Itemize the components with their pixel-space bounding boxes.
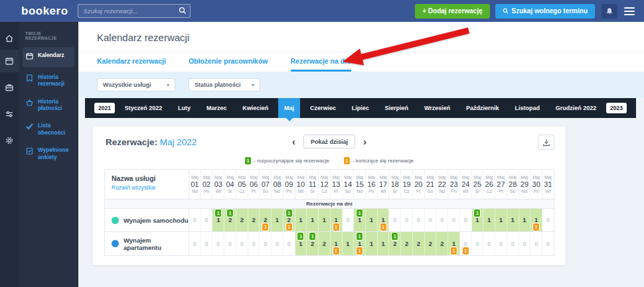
day-cell[interactable]: 0 — [248, 232, 260, 255]
day-cell[interactable]: 1 — [366, 232, 378, 255]
month-lipiec[interactable]: Lipiec — [346, 98, 375, 118]
payment-status-dropdown[interactable]: Status płatności ▾ — [189, 78, 260, 91]
month-marzec[interactable]: Marzec — [201, 98, 233, 118]
day-cell[interactable]: 11 — [472, 209, 484, 231]
month-sierpien[interactable]: Sierpień — [379, 98, 415, 118]
day-cell[interactable]: 1 — [319, 209, 331, 231]
tab-kalendarz-rezerwacji[interactable]: Kalendarz rezerwacji — [97, 52, 166, 72]
day-cell[interactable]: 2 — [436, 232, 448, 255]
day-cell[interactable]: 11 — [530, 209, 542, 231]
day-cell[interactable]: 1 — [366, 209, 378, 231]
day-cell[interactable]: 0 — [413, 209, 425, 231]
day-cell[interactable]: 0 — [436, 209, 448, 231]
day-cell[interactable]: 2 — [248, 209, 260, 231]
day-cell[interactable]: 0 — [542, 232, 554, 255]
day-cell[interactable]: 21 — [260, 209, 272, 231]
sliders-icon[interactable] — [0, 103, 19, 125]
briefcase-icon[interactable] — [0, 76, 19, 99]
search-icon[interactable] — [179, 7, 187, 15]
day-cell[interactable]: 0 — [283, 232, 295, 255]
day-cell[interactable]: 0 — [224, 232, 236, 255]
day-cell[interactable]: 0 — [507, 232, 519, 255]
day-cell[interactable]: 1 — [307, 209, 319, 231]
day-cell[interactable]: 12 — [224, 209, 236, 231]
day-cell[interactable]: 0 — [189, 209, 201, 231]
service-name-cell[interactable]: Wynajem samochodu — [105, 209, 189, 231]
gear-icon[interactable] — [0, 129, 19, 152]
menu-toggle-button[interactable] — [624, 7, 635, 15]
day-cell[interactable]: 12 — [389, 232, 401, 255]
sidebar-item-wypelnione-ankiety[interactable]: Wypełnione ankiety — [23, 142, 74, 164]
day-cell[interactable]: 11 — [212, 209, 224, 231]
notifications-button[interactable] — [602, 4, 617, 19]
day-cell[interactable]: 11 — [448, 232, 460, 255]
day-cell[interactable]: 1 — [378, 232, 390, 255]
add-reservation-button[interactable]: + Dodaj rezerwację — [415, 4, 489, 19]
day-cell[interactable]: 2 — [425, 232, 437, 255]
day-cell[interactable]: 0 — [530, 232, 542, 255]
day-cell[interactable]: 0 — [272, 232, 283, 255]
sidebar-item-kalendarz[interactable]: Kalendarz — [23, 47, 74, 67]
calendar-rail-icon[interactable] — [0, 50, 19, 72]
day-cell[interactable]: 0 — [401, 209, 413, 231]
previous-period-button[interactable]: ‹ — [292, 137, 295, 146]
service-name-cell[interactable]: Wynajem apartamentu — [105, 232, 189, 255]
day-cell[interactable]: 0 — [495, 232, 507, 255]
month-maj[interactable]: Maj — [278, 98, 300, 118]
year-pill-prev[interactable]: 2021 — [94, 103, 115, 113]
day-cell[interactable]: 11 — [378, 209, 390, 231]
day-cell[interactable]: 12 — [307, 232, 319, 255]
day-cell[interactable]: 1 — [272, 209, 283, 231]
day-cell[interactable]: 0 — [542, 209, 554, 231]
day-cell[interactable]: 11 — [331, 209, 343, 231]
day-cell[interactable]: 0 — [189, 232, 201, 255]
day-cell[interactable]: 0 — [519, 232, 531, 255]
day-cell[interactable]: 1 — [519, 209, 531, 231]
next-period-button[interactable]: › — [363, 137, 366, 146]
day-cell[interactable]: 0 — [212, 232, 224, 255]
day-cell[interactable]: 1 — [343, 232, 355, 255]
sidebar-item-historia-rezerwacji[interactable]: Historia rezerwacji — [23, 69, 74, 91]
day-cell[interactable]: 0 — [425, 209, 437, 231]
day-cell[interactable]: 1 — [495, 209, 507, 231]
day-cell[interactable]: 1 — [295, 209, 307, 231]
day-cell[interactable]: 1 — [507, 209, 519, 231]
day-cell[interactable]: 0 — [201, 209, 213, 231]
day-cell[interactable]: 1 — [483, 209, 495, 231]
day-cell[interactable]: 2 — [236, 209, 248, 231]
day-cell[interactable]: 111 — [354, 232, 366, 255]
show-today-button[interactable]: Pokaż dzisiaj — [303, 135, 355, 148]
find-free-slot-button[interactable]: Szukaj wolnego terminu — [495, 4, 595, 19]
home-icon[interactable] — [0, 27, 19, 50]
day-cell[interactable]: 0 — [201, 232, 213, 255]
day-cell[interactable]: 0 — [236, 232, 248, 255]
day-cell[interactable]: 0 — [460, 209, 472, 231]
month-kwiecien[interactable]: Kwiecień — [236, 98, 274, 118]
day-cell[interactable]: 2 — [319, 232, 331, 255]
day-cell[interactable]: 01 — [460, 232, 472, 255]
sidebar-item-lista-obecnosci[interactable]: Lista obecności — [23, 117, 74, 140]
day-cell[interactable]: 2 — [413, 232, 425, 255]
day-cell[interactable]: 11 — [331, 232, 343, 255]
month-luty[interactable]: Luty — [172, 98, 197, 118]
tab-rezerwacje-na-dni[interactable]: Rezerwacje na dni — [291, 52, 351, 72]
day-cell[interactable]: 0 — [260, 232, 272, 255]
day-cell[interactable]: 0 — [472, 232, 484, 255]
search-input[interactable] — [78, 4, 191, 18]
day-cell[interactable]: 0 — [448, 209, 460, 231]
month-styczen[interactable]: Styczeń 2022 — [119, 98, 169, 118]
day-cell[interactable]: 0 — [343, 209, 355, 231]
month-grudzien[interactable]: Grudzień 2022 — [550, 98, 603, 118]
day-cell[interactable]: 11 — [295, 232, 307, 255]
month-wrzesien[interactable]: Wrzesień — [418, 98, 456, 118]
services-filter-dropdown[interactable]: Wszystkie usługi ▾ — [97, 78, 175, 91]
tab-oblozenie-pracownikow[interactable]: Obłożenie pracowników — [189, 52, 268, 72]
day-cell[interactable]: 0 — [483, 232, 495, 255]
day-cell[interactable]: 0 — [389, 209, 401, 231]
download-button[interactable] — [538, 135, 554, 150]
day-cell[interactable]: 2 — [401, 232, 413, 255]
day-cell[interactable]: 11 — [354, 209, 366, 231]
day-cell[interactable]: 121 — [283, 209, 295, 231]
month-listopad[interactable]: Listopad — [509, 98, 546, 118]
month-pazdziernik[interactable]: Październik — [460, 98, 505, 118]
